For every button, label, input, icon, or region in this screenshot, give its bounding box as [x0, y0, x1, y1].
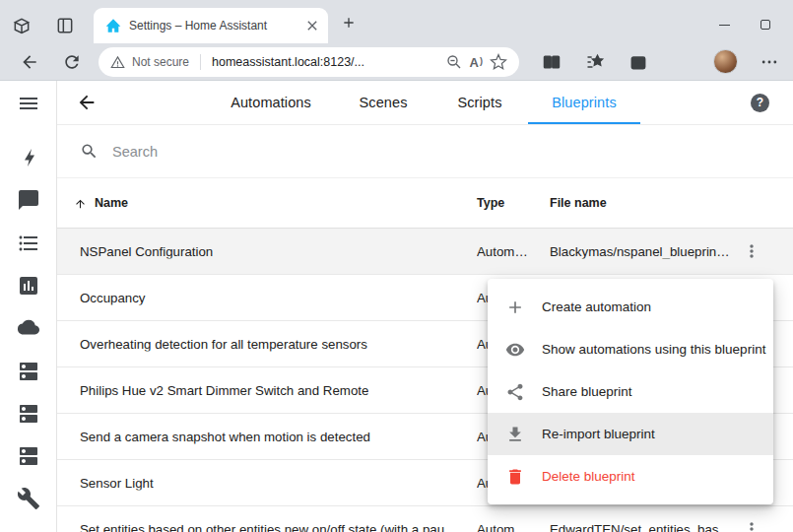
- history-chart-icon[interactable]: [17, 274, 40, 298]
- menu-item-show-automations[interactable]: Show automations using this blueprint: [488, 328, 773, 370]
- server-icon-2[interactable]: [17, 402, 40, 426]
- menu-item-label: Share blueprint: [542, 384, 632, 399]
- share-icon: [505, 382, 525, 402]
- minimize-icon[interactable]: [719, 25, 730, 26]
- address-bar[interactable]: Not secure homeassistant.local:8123/... …: [99, 47, 519, 77]
- row-name: NSPanel Configuration: [80, 244, 213, 259]
- row-name: Philips Hue v2 Smart Dimmer Switch and R…: [80, 383, 368, 398]
- column-header-type[interactable]: Type: [477, 196, 504, 210]
- new-tab-icon[interactable]: [341, 15, 357, 31]
- sort-arrow-icon[interactable]: [74, 197, 87, 210]
- tab-title: Settings – Home Assistant: [129, 19, 297, 33]
- browser-window: Settings – Home Assistant Not secure hom…: [0, 0, 793, 532]
- security-label[interactable]: Not secure: [132, 55, 189, 69]
- menu-item-delete-blueprint[interactable]: Delete blueprint: [488, 455, 773, 498]
- table-row[interactable]: NSPanel Configuration Autom… Blackymas/n…: [57, 229, 793, 275]
- server-icon-3[interactable]: [17, 444, 40, 468]
- ha-back-icon[interactable]: [76, 92, 98, 113]
- row-type: Autom…: [477, 522, 544, 532]
- row-name: Overheating detection for all temperatur…: [80, 337, 367, 352]
- blueprint-context-menu: Create automation Show automations using…: [488, 279, 773, 504]
- tab-automations[interactable]: Automations: [231, 95, 311, 110]
- row-type: Autom…: [477, 244, 544, 259]
- menu-item-share-blueprint[interactable]: Share blueprint: [488, 370, 773, 413]
- download-icon: [505, 425, 525, 444]
- back-icon[interactable]: [20, 52, 39, 72]
- energy-icon[interactable]: [17, 146, 40, 169]
- tab-blueprints[interactable]: Blueprints: [552, 95, 616, 110]
- tab-close-icon[interactable]: [304, 18, 320, 33]
- tab-actions-icon[interactable]: [55, 16, 75, 35]
- trash-icon: [505, 467, 525, 487]
- row-name: Occupancy: [80, 291, 146, 305]
- home-assistant-app: Automations Scenes Scripts Blueprints Na…: [0, 81, 793, 532]
- cloud-icon[interactable]: [17, 316, 40, 340]
- row-name: Set entities based on other entities new…: [80, 522, 464, 532]
- row-overflow-icon[interactable]: [742, 241, 761, 261]
- row-file: Blackymas/nspanel_blueprin…: [550, 244, 742, 259]
- favorites-hub-icon[interactable]: [585, 52, 605, 72]
- column-header-name[interactable]: Name: [95, 196, 128, 210]
- favorite-star-icon[interactable]: [490, 53, 507, 71]
- maximize-icon[interactable]: [760, 20, 770, 30]
- plus-icon: [505, 298, 525, 317]
- menu-item-label: Show automations using this blueprint: [542, 342, 765, 357]
- active-tab-underline: [528, 122, 640, 125]
- refresh-icon[interactable]: [62, 52, 82, 72]
- read-aloud-icon[interactable]: A: [470, 55, 483, 70]
- menu-item-reimport-blueprint[interactable]: Re-import blueprint: [488, 413, 773, 455]
- workspaces-icon[interactable]: [12, 16, 32, 35]
- tab-scripts[interactable]: Scripts: [457, 95, 501, 110]
- home-assistant-favicon: [105, 18, 121, 33]
- browser-titlebar: Settings – Home Assistant: [0, 0, 793, 43]
- search-icon: [80, 142, 99, 161]
- chat-icon[interactable]: [17, 188, 40, 212]
- browser-navbar: Not secure homeassistant.local:8123/... …: [0, 43, 793, 81]
- tab-scenes[interactable]: Scenes: [360, 95, 408, 110]
- browser-tab[interactable]: Settings – Home Assistant: [94, 8, 328, 43]
- menu-item-create-automation[interactable]: Create automation: [488, 286, 773, 328]
- search-row: [57, 125, 793, 178]
- profile-avatar[interactable]: [713, 49, 738, 74]
- row-overflow-icon[interactable]: [742, 519, 761, 532]
- menu-item-label: Re-import blueprint: [542, 427, 655, 441]
- menu-item-label: Create automation: [542, 299, 651, 314]
- ha-sidebar: [0, 81, 57, 532]
- zoom-out-icon[interactable]: [445, 53, 463, 71]
- menu-hamburger-icon[interactable]: [17, 92, 40, 115]
- not-secure-warning-icon: [110, 55, 125, 70]
- row-name: Sensor Light: [80, 476, 154, 491]
- more-menu-icon[interactable]: [760, 52, 779, 72]
- ha-header: Automations Scenes Scripts Blueprints: [57, 81, 793, 125]
- split-screen-icon[interactable]: [542, 52, 562, 72]
- address-divider: [200, 54, 201, 70]
- help-icon[interactable]: [751, 94, 769, 112]
- tools-wrench-icon[interactable]: [17, 487, 40, 510]
- row-file: EdwardTEN/set_entities_bas…: [550, 522, 742, 532]
- menu-item-label: Delete blueprint: [542, 469, 635, 484]
- url-text[interactable]: homeassistant.local:8123/...: [212, 55, 438, 69]
- eye-icon: [505, 340, 525, 360]
- search-input[interactable]: [112, 144, 408, 160]
- row-name: Send a camera snapshot when motion is de…: [80, 430, 370, 444]
- collections-icon[interactable]: [628, 52, 648, 72]
- column-header-file[interactable]: File name: [550, 196, 607, 210]
- table-header: Name Type File name: [57, 178, 793, 229]
- table-row[interactable]: Set entities based on other entities new…: [57, 506, 793, 532]
- logbook-icon[interactable]: [17, 232, 40, 255]
- server-icon-1[interactable]: [17, 360, 40, 383]
